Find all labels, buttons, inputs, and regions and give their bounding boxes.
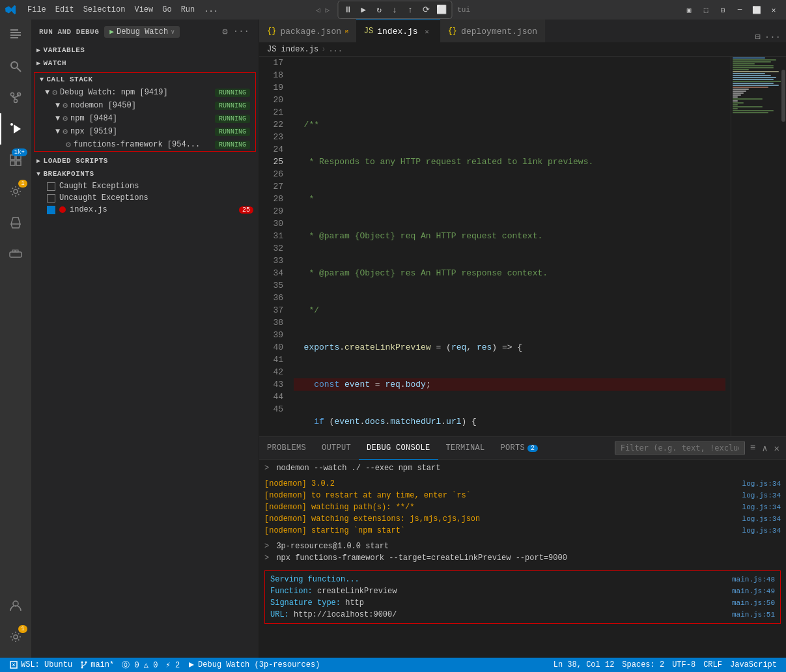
console-filter-input[interactable] [615, 441, 745, 455]
status-wsl[interactable]: WSL: Ubuntu [5, 658, 76, 672]
index-js-checkbox[interactable] [47, 206, 55, 214]
debug-pause-btn[interactable]: ⏸ [341, 3, 355, 17]
caught-exceptions-checkbox[interactable] [47, 182, 55, 191]
status-position[interactable]: Ln 38, Col 12 [550, 658, 619, 672]
breakpoints-header[interactable]: ▼ BREAKPOINTS [31, 167, 259, 180]
more-tabs-btn[interactable]: ··· [765, 32, 781, 42]
status-encoding[interactable]: UTF-8 [668, 658, 699, 672]
breadcrumb-more[interactable]: ... [328, 45, 343, 54]
debug-restart-btn[interactable]: ⟳ [419, 3, 433, 17]
watch-section-header[interactable]: ▶ WATCH [31, 57, 259, 70]
call-stack-npm[interactable]: ▼ ⚙ npm [9484] RUNNING [35, 112, 255, 125]
log-source-1[interactable]: log.js:34 [742, 478, 781, 490]
panel-layout-btn[interactable]: ⊟ [716, 3, 730, 17]
index-js-line-number: 25 [239, 206, 253, 214]
status-encoding-label: UTF-8 [672, 660, 695, 669]
settings-gear-btn[interactable]: ⚙ [221, 25, 229, 38]
breadcrumb-js[interactable]: JS index.js [267, 45, 318, 54]
maximize-btn[interactable]: ⬜ [750, 3, 764, 17]
menu-view[interactable]: View [130, 0, 157, 20]
console-line-nodemon-cmd: > nodemon --watch ./ --exec npm start [264, 462, 781, 474]
panel-tab-terminal[interactable]: TERMINAL [438, 437, 493, 460]
call-stack-arrow: ▼ [40, 76, 44, 83]
status-branch[interactable]: main* [76, 658, 118, 672]
call-stack-item-debug-watch[interactable]: ▼ ⚙ Debug Watch: npm [9419] RUNNING [35, 86, 255, 99]
code-line-18: /** [294, 119, 725, 131]
debug-stop-btn[interactable]: ⬜ [434, 3, 449, 17]
panel-tab-ports[interactable]: PORTS 2 [493, 437, 546, 460]
variables-section-header[interactable]: ▶ VARIABLES [31, 44, 259, 57]
npm-gear: ⚙ [63, 113, 68, 124]
status-spaces[interactable]: Spaces: 2 [618, 658, 668, 672]
call-stack-functions-framework[interactable]: ⚙ functions-framework [954... RUNNING [35, 138, 255, 151]
collapse-panel-btn[interactable]: ∧ [761, 441, 768, 455]
panel-tab-problems[interactable]: PROBLEMS [259, 437, 314, 460]
debug-config-selector[interactable]: ▶ Debug Watch ∨ [104, 26, 180, 38]
ff-status: RUNNING [215, 141, 250, 149]
debug-watch-name: ▼ ⚙ Debug Watch: npm [9419] [45, 87, 168, 98]
close-panel-btn[interactable]: ✕ [773, 441, 781, 455]
activity-search[interactable] [0, 51, 31, 82]
tab-deployment-json[interactable]: {} deployment.json [440, 20, 545, 42]
status-debug-watch[interactable]: Debug Watch (3p-resources) [184, 658, 324, 672]
activity-testing[interactable] [0, 207, 31, 238]
main-source-2[interactable]: main.js:49 [732, 585, 775, 597]
nodemon-label: nodemon [9450] [70, 101, 136, 110]
index-js-tab-icon: JS [364, 27, 373, 36]
debug-step-over-btn[interactable]: ↻ [372, 3, 386, 17]
status-notifications[interactable]: ⚡ 2 [161, 658, 184, 672]
sidebar-layout-btn[interactable]: ⬚ [699, 3, 713, 17]
ln-22: 22 [259, 119, 283, 131]
code-content[interactable]: /** * Responds to any HTTP request relat… [288, 57, 731, 436]
activity-manage[interactable]: 1 [0, 621, 31, 652]
status-sync[interactable]: ⓪ 0 △ 0 [118, 658, 161, 672]
minimize-btn[interactable]: ─ [733, 3, 747, 17]
main-source-4[interactable]: main.js:51 [732, 609, 775, 621]
variables-arrow: ▶ [36, 46, 41, 54]
activity-source-control[interactable] [0, 82, 31, 113]
log-source-4[interactable]: log.js:34 [742, 513, 781, 525]
activity-extensions[interactable]: 1k+ [0, 145, 31, 176]
tab-package-json[interactable]: {} package.json M [259, 20, 356, 42]
activity-explorer[interactable] [0, 20, 31, 51]
status-line-ending[interactable]: CRLF [699, 658, 726, 672]
debug-step-out-btn[interactable]: ↑ [403, 3, 417, 17]
log-source-3[interactable]: log.js:34 [742, 501, 781, 513]
panel-tab-output[interactable]: OUTPUT [314, 437, 359, 460]
debug-continue-btn[interactable]: ▶ [356, 3, 371, 17]
tab-index-js[interactable]: JS index.js ✕ [356, 20, 440, 42]
index-js-close-btn[interactable]: ✕ [422, 26, 432, 36]
wrap-lines-btn[interactable]: ≡ [749, 441, 757, 455]
main-source-3[interactable]: main.js:50 [732, 597, 775, 609]
more-actions-btn[interactable]: ··· [232, 25, 251, 38]
status-language[interactable]: JavaScript [726, 658, 781, 672]
close-btn[interactable]: ✕ [766, 3, 781, 17]
layout-btn[interactable]: ▣ [682, 3, 696, 17]
activity-run-debug[interactable] [0, 113, 31, 145]
menu-run[interactable]: Run [177, 0, 199, 20]
split-editor-btn[interactable]: ⊟ [755, 31, 760, 42]
activity-docker[interactable] [0, 238, 31, 270]
call-stack-header[interactable]: ▼ CALL STACK [35, 73, 255, 86]
debug-toolbar: ◁ ▷ ⏸ ▶ ↻ ↓ ↑ ⟳ ⬜ tui [316, 1, 470, 19]
loaded-scripts-header[interactable]: ▶ LOADED SCRIPTS [31, 154, 259, 167]
menu-more[interactable]: ... [200, 0, 222, 20]
ff-name: ⚙ functions-framework [954... [66, 139, 200, 150]
panel-tab-debug-console[interactable]: DEBUG CONSOLE [359, 437, 438, 460]
activity-settings-ext[interactable]: 1 [0, 176, 31, 207]
debug-step-into-btn[interactable]: ↓ [387, 3, 402, 17]
menu-edit[interactable]: Edit [51, 0, 78, 20]
uncaught-exceptions-checkbox[interactable] [47, 194, 55, 203]
log-source-5[interactable]: log.js:34 [742, 525, 781, 537]
menu-selection[interactable]: Selection [79, 0, 130, 20]
main-source-1[interactable]: main.js:48 [732, 574, 775, 585]
call-stack-nodemon[interactable]: ▼ ⚙ nodemon [9450] RUNNING [35, 99, 255, 112]
log-source-2[interactable]: log.js:34 [742, 490, 781, 501]
activity-profile[interactable] [0, 590, 31, 621]
menu-go[interactable]: Go [158, 0, 175, 20]
window-controls: ▣ ⬚ ⊟ ─ ⬜ ✕ [682, 3, 781, 17]
editor-scrollbar[interactable] [781, 57, 786, 436]
call-stack-npx[interactable]: ▼ ⚙ npx [9519] RUNNING [35, 125, 255, 138]
menu-file[interactable]: File [23, 0, 50, 20]
right-panel: {} package.json M JS index.js ✕ {} deplo… [259, 20, 786, 658]
